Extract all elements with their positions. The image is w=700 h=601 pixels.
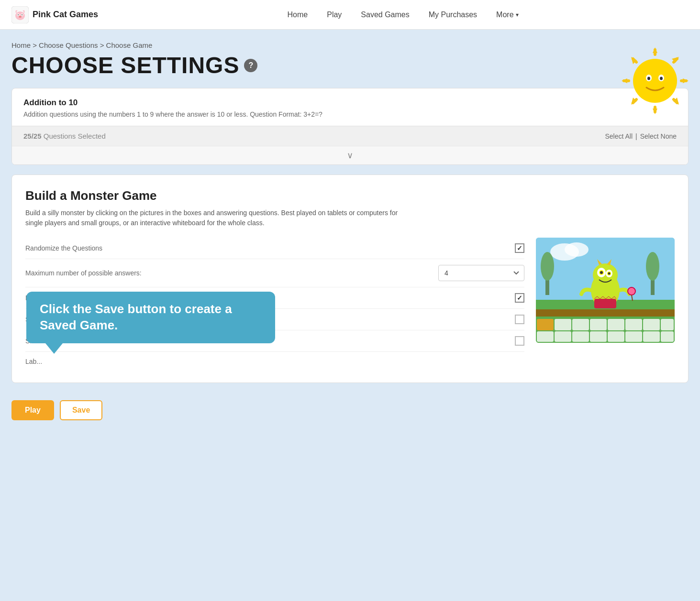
chevron-down-icon: ∨ <box>347 150 353 161</box>
main-content: Home > Choose Questions > Choose Game CH… <box>0 30 700 393</box>
setting-control-show-truncated <box>515 336 524 346</box>
select-all-link[interactable]: Select All <box>605 132 633 140</box>
svg-point-45 <box>608 273 611 275</box>
svg-rect-56 <box>590 319 607 330</box>
tooltip-tail <box>45 343 63 354</box>
svg-rect-57 <box>608 319 624 330</box>
save-button[interactable]: Save <box>60 400 102 420</box>
questions-actions: Select All | Select None <box>605 132 677 140</box>
svg-point-43 <box>600 271 603 274</box>
svg-rect-53 <box>537 319 554 330</box>
svg-marker-15 <box>653 47 657 53</box>
nav-links: Home Play Saved Games My Purchases More … <box>117 11 689 19</box>
chevron-down-icon: ▾ <box>516 11 519 18</box>
checkbox-randomize[interactable] <box>515 243 524 253</box>
nav-play[interactable]: Play <box>327 11 342 19</box>
nav-home[interactable]: Home <box>288 11 308 19</box>
svg-point-5 <box>22 14 22 15</box>
setting-control-self-correcting <box>515 293 524 303</box>
nav-my-purchases[interactable]: My Purchases <box>429 11 477 19</box>
svg-rect-66 <box>625 331 642 342</box>
svg-point-6 <box>19 16 22 18</box>
svg-point-34 <box>646 252 659 281</box>
svg-point-23 <box>633 59 677 103</box>
page-title: CHOOSE SETTINGS <box>11 52 239 78</box>
svg-rect-51 <box>594 299 616 308</box>
svg-marker-21 <box>622 78 627 83</box>
help-icon[interactable]: ? <box>244 59 257 72</box>
setting-control-show-correct <box>515 315 524 324</box>
logo-text: Pink Cat Games <box>33 10 98 20</box>
game-preview-svg <box>536 238 675 343</box>
setting-max-answers: Maximum number of possible answers: 2 3 … <box>25 259 524 287</box>
svg-rect-36 <box>536 309 675 317</box>
svg-point-30 <box>565 242 589 257</box>
svg-point-4 <box>18 14 19 15</box>
checkbox-show-truncated[interactable] <box>515 336 524 346</box>
svg-rect-67 <box>643 331 660 342</box>
questions-desc: Addition questions using the numbers 1 t… <box>23 110 677 118</box>
svg-point-26 <box>647 77 650 80</box>
svg-marker-19 <box>653 109 657 114</box>
setting-control-randomize <box>515 243 524 253</box>
game-desc: Build a silly monster by clicking on the… <box>25 208 408 228</box>
svg-rect-60 <box>661 319 674 330</box>
svg-rect-58 <box>625 319 642 330</box>
nav-more[interactable]: More ▾ <box>496 11 518 19</box>
questions-title: Addition to 10 <box>23 98 677 108</box>
nav-saved-games[interactable]: Saved Games <box>361 11 409 19</box>
svg-rect-61 <box>537 331 554 342</box>
select-none-link[interactable]: Select None <box>640 132 677 140</box>
select-max-answers[interactable]: 2 3 4 5 6 <box>438 265 524 281</box>
game-section: Build a Monster Game Build a silly monst… <box>11 175 689 383</box>
setting-label-max-answers: Maximum number of possible answers: <box>25 269 142 277</box>
checkbox-self-correcting[interactable] <box>515 293 524 303</box>
svg-rect-64 <box>590 331 607 342</box>
setting-label-randomize: Randomize the Questions <box>25 244 102 252</box>
svg-rect-65 <box>608 331 624 342</box>
setting-control-max-answers: 2 3 4 5 6 <box>438 265 524 281</box>
svg-rect-62 <box>555 331 571 342</box>
svg-rect-59 <box>643 319 660 330</box>
bottom-bar: Play Save <box>0 393 700 428</box>
svg-point-39 <box>593 263 618 286</box>
questions-count: 25/25 Questions Selected <box>23 132 106 140</box>
setting-label-row: Lab... <box>25 352 524 371</box>
setting-label-label: Lab... <box>25 358 42 365</box>
game-title: Build a Monster Game <box>25 188 675 203</box>
checkbox-show-correct[interactable] <box>515 315 524 324</box>
play-button[interactable]: Play <box>11 400 54 420</box>
game-preview <box>536 238 675 343</box>
questions-expand[interactable]: ∨ <box>12 146 688 164</box>
breadcrumb: Home > Choose Questions > Choose Game <box>11 41 689 49</box>
tooltip-box: Click the Save button to create a Saved … <box>26 292 275 343</box>
page-title-row: CHOOSE SETTINGS ? <box>11 52 689 78</box>
svg-point-32 <box>541 252 554 281</box>
svg-rect-55 <box>572 319 589 330</box>
questions-header: Addition to 10 Addition questions using … <box>12 88 688 126</box>
questions-bar: 25/25 Questions Selected Select All | Se… <box>12 126 688 146</box>
sun-decoration <box>617 43 693 119</box>
questions-card: Addition to 10 Addition questions using … <box>11 88 689 165</box>
svg-rect-63 <box>572 331 589 342</box>
svg-point-27 <box>660 77 663 80</box>
navbar: Pink Cat Games Home Play Saved Games My … <box>0 0 700 30</box>
setting-randomize: Randomize the Questions <box>25 238 524 259</box>
logo[interactable]: Pink Cat Games <box>11 6 98 23</box>
svg-rect-68 <box>661 331 674 342</box>
svg-rect-54 <box>555 319 571 330</box>
tooltip-overlay: Click the Save button to create a Saved … <box>26 292 275 354</box>
svg-marker-17 <box>683 78 689 83</box>
logo-icon <box>11 6 29 23</box>
